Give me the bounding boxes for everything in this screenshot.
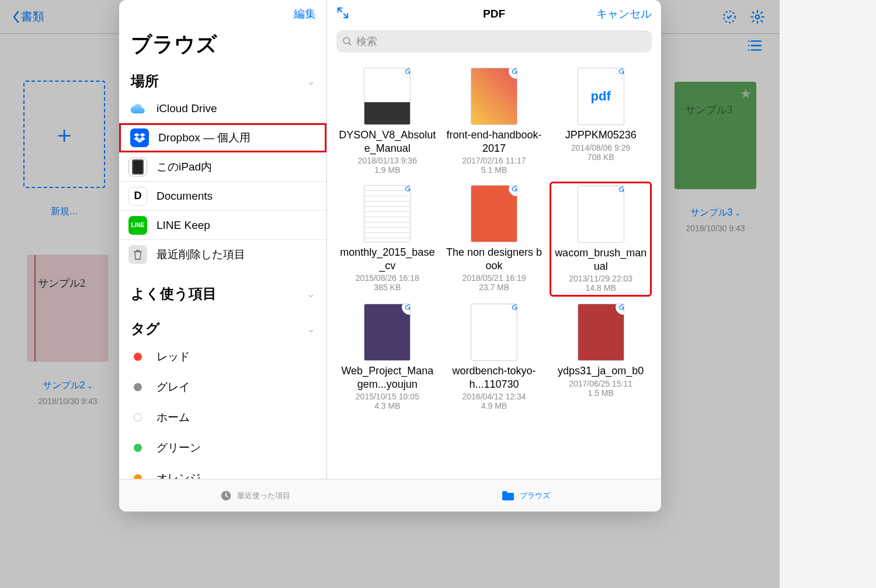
item-label: LINE Keep [157,219,210,232]
expand-icon [336,6,349,19]
tab-browse[interactable]: ブラウズ [390,479,661,512]
documents-icon: D [128,187,147,206]
cloud-download-icon [402,68,411,79]
item-label: このiPad内 [157,159,212,175]
files-modal: 編集 ブラウズ 場所 ⌄ iCloud Drive Dropbox — 個人用 [119,0,661,512]
cloud-download-icon [616,186,624,197]
sidebar: 編集 ブラウズ 場所 ⌄ iCloud Drive Dropbox — 個人用 [119,0,327,479]
cloud-download-icon [616,304,624,315]
tag-dot [134,444,142,452]
item-label: 最近削除した項目 [157,247,245,262]
item-label: Dropbox — 個人用 [158,130,251,145]
search-input[interactable]: 検索 [336,30,652,53]
file-name: wacom_brush_manual [552,246,649,273]
dropbox-icon [130,128,149,147]
file-date: 2018/01/13 9:36 [358,156,417,165]
file-date: 2016/04/12 12:34 [462,392,526,401]
file-size: 4.9 MB [481,401,507,410]
favorites-header[interactable]: よく使う項目 ⌄ [119,280,326,307]
cloud-download-icon [509,304,517,315]
file-size: 14.8 MB [586,283,616,293]
trash-icon [128,245,147,264]
file-thumb [578,304,624,361]
tags-list: レッド グレイ ホーム グリーン オレンジ [119,342,326,479]
item-label: iCloud Drive [157,102,217,115]
tag-green[interactable]: グリーン [119,433,326,463]
clock-icon [220,489,232,502]
file-size: 4.3 MB [374,401,400,410]
file-name: monthly_2015_base_cv [339,246,436,272]
file-date: 2013/11/29 22:03 [569,274,632,283]
ipad-icon [128,158,147,176]
edit-button[interactable]: 編集 [294,6,316,22]
file-grid: DYSON_V8_Absolute_Manual 2018/01/13 9:36… [327,57,661,479]
tag-home[interactable]: ホーム [119,402,326,433]
file-name: wordbench-tokyo-h...110730 [446,364,543,391]
sidebar-item-icloud[interactable]: iCloud Drive [119,94,326,123]
file-item[interactable]: wordbench-tokyo-h...110730 2016/04/12 12… [443,300,545,414]
tag-dot [134,413,142,422]
search-icon [342,36,353,47]
cancel-button[interactable]: キャンセル [596,6,652,22]
file-name: JPPPKM05236 [565,128,637,142]
file-name: DYSON_V8_Absolute_Manual [339,128,436,155]
sidebar-title: ブラウズ [119,28,326,67]
chevron-down-icon: ⌄ [307,288,315,300]
content-pane: PDF キャンセル 検索 DYSON_V8_Absolute_Manual 20… [327,0,661,479]
file-name: Web_Project_Managem...youjun [339,364,436,391]
sidebar-item-trash[interactable]: 最近削除した項目 [119,240,326,269]
item-label: Documents [157,190,213,203]
file-thumb [471,304,517,361]
line-icon: LINE [128,216,147,235]
sidebar-item-ipad[interactable]: このiPad内 [119,152,326,182]
tag-dot [134,474,142,479]
file-name: front-end-handbook-2017 [446,128,543,155]
search-placeholder: 検索 [356,34,377,48]
file-date: 2018/05/21 16:19 [462,273,526,283]
file-item[interactable]: wacom_brush_manual 2013/11/29 22:03 14.8… [550,182,652,297]
sidebar-item-documents[interactable]: D Documents [119,182,326,211]
tags-header[interactable]: タグ ⌄ [119,315,326,342]
sidebar-item-line[interactable]: LINE LINE Keep [119,211,326,240]
file-item[interactable]: front-end-handbook-2017 2017/02/16 11:17… [443,64,545,178]
tag-red[interactable]: レッド [119,342,326,372]
file-date: 2014/08/06 9:29 [571,143,630,152]
file-size: 708 KB [588,152,614,162]
file-date: 2015/08/26 16:18 [356,273,419,283]
file-thumb [471,185,517,242]
file-date: 2017/06/25 15:11 [569,379,632,388]
file-thumb [364,185,411,242]
folder-icon [501,490,515,502]
sidebar-item-dropbox[interactable]: Dropbox — 個人用 [119,123,326,152]
file-item[interactable]: ydps31_ja_om_b0 2017/06/25 15:11 1.5 MB [550,300,652,414]
tag-gray[interactable]: グレイ [119,372,326,402]
file-thumb [364,68,411,125]
expand-button[interactable] [336,6,349,22]
file-item[interactable]: monthly_2015_base_cv 2015/08/26 16:18 38… [336,182,439,297]
tag-dot [134,353,142,361]
locations-header[interactable]: 場所 ⌄ [119,67,326,94]
content-toolbar: PDF キャンセル [327,0,661,28]
file-size: 385 KB [374,283,401,292]
file-size: 5.1 MB [481,165,507,175]
file-date: 2017/02/16 11:17 [462,156,526,165]
file-size: 1.5 MB [588,388,613,398]
file-item[interactable]: DYSON_V8_Absolute_Manual 2018/01/13 9:36… [336,64,439,178]
file-item[interactable]: Web_Project_Managem...youjun 2015/10/15 … [336,300,439,414]
file-item[interactable]: The non designers book 2018/05/21 16:19 … [443,182,545,297]
file-item[interactable]: pdf JPPPKM05236 2014/08/06 9:29 708 KB [550,64,652,178]
file-thumb [364,304,411,361]
chevron-down-icon: ⌄ [307,323,315,335]
cloud-download-icon [509,185,517,196]
cloud-download-icon [616,68,624,79]
file-thumb [471,68,517,125]
chevron-down-icon: ⌄ [307,76,315,87]
cloud-download-icon [509,68,517,79]
cloud-icon [128,99,147,118]
locations-list: iCloud Drive Dropbox — 個人用 このiPad内 D Doc… [119,94,326,269]
cloud-download-icon [402,304,411,315]
tag-orange[interactable]: オレンジ [119,463,326,479]
file-name: ydps31_ja_om_b0 [558,364,644,378]
tag-dot [134,383,142,391]
tab-recent[interactable]: 最近使った項目 [119,479,390,512]
